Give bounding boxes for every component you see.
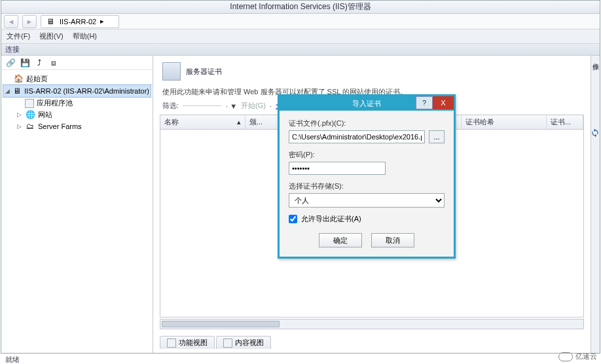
tab-features[interactable]: 功能视图	[160, 336, 215, 349]
actions-panel-collapsed[interactable]: 操作	[591, 56, 600, 353]
dialog-titlebar[interactable]: 导入证书 ? X	[280, 96, 454, 111]
menu-bar: 文件(F) 视图(V) 帮助(H)	[1, 29, 600, 44]
tree-start-label: 起始页	[26, 74, 48, 84]
dialog-close-button[interactable]: X	[433, 96, 454, 109]
import-certificate-dialog: 导入证书 ? X 证书文件(.pfx)(C): ... 密码(P): 选择证书存…	[278, 94, 456, 259]
address-box[interactable]: 🖥 IIS-ARR-02 ▸	[41, 15, 119, 28]
expand-icon[interactable]: ▷	[16, 111, 22, 118]
browse-button[interactable]: ...	[429, 130, 445, 143]
tab-content[interactable]: 内容视图	[216, 336, 271, 349]
tree-sites[interactable]: ▷ 🌐 网站	[14, 109, 151, 120]
window-title: Internet Information Services (IIS)管理器	[1, 1, 600, 14]
globe-icon: 🌐	[25, 109, 35, 120]
tree-sites-label: 网站	[38, 110, 52, 120]
tree-start-page[interactable]: 🏠 起始页	[3, 73, 151, 84]
filter-start[interactable]: 开始(G)	[241, 101, 266, 111]
tree-server-node[interactable]: ◢ 🖥 IIS-ARR-02 (IIS-ARR-02\Administrator…	[3, 84, 151, 98]
address-server: IIS-ARR-02	[60, 18, 96, 26]
dialog-title: 导入证书	[352, 99, 381, 109]
bottom-tabs: 功能视图 内容视图	[160, 336, 584, 349]
watermark: 亿速云	[558, 352, 597, 361]
collapse-icon[interactable]: ◢	[5, 88, 10, 94]
password-input[interactable]	[289, 162, 386, 175]
certificate-file-input[interactable]	[289, 130, 425, 143]
up-icon[interactable]: ⤴	[34, 58, 45, 68]
menu-help[interactable]: 帮助(H)	[73, 31, 97, 41]
menu-view[interactable]: 视图(V)	[39, 31, 64, 41]
tree-apppool-label: 应用程序池	[37, 98, 73, 108]
apppool-icon	[25, 99, 34, 108]
tree-app-pools[interactable]: 应用程序池	[14, 98, 151, 109]
server-icon: 🖥	[13, 86, 22, 96]
filter-label: 筛选:	[162, 101, 179, 111]
content-icon	[223, 338, 232, 348]
connections-toolbar: 🔗 💾 ⤴ ⧇	[1, 56, 153, 70]
back-button[interactable]: ◄	[4, 15, 18, 28]
store-select[interactable]: 个人	[289, 193, 445, 208]
sort-icon: ▴	[237, 118, 241, 126]
col-name[interactable]: 名称▴	[160, 115, 246, 129]
dialog-help-button[interactable]: ?	[416, 96, 433, 109]
status-bar: 就绪	[0, 354, 601, 363]
file-label: 证书文件(.pfx)(C):	[289, 118, 445, 128]
connect-icon[interactable]: 🔗	[5, 58, 16, 68]
tree-server-farms[interactable]: ▷ 🗂 Server Farms	[14, 120, 151, 132]
home-icon: 🏠	[13, 73, 24, 84]
filter-input[interactable]	[183, 105, 222, 106]
features-icon	[167, 338, 176, 348]
save-icon[interactable]: 💾	[20, 58, 30, 68]
stop-icon[interactable]: ⧇	[48, 58, 59, 68]
watermark-text: 亿速云	[575, 352, 597, 361]
address-arrow: ▸	[100, 17, 104, 26]
col-store[interactable]: 证书...	[547, 115, 583, 129]
ok-button[interactable]: 确定	[319, 233, 362, 247]
server-icon: 🖥	[45, 16, 56, 27]
menu-file[interactable]: 文件(F)	[7, 31, 30, 41]
cancel-button[interactable]: 取消	[371, 233, 414, 247]
scroll-thumb[interactable]	[162, 321, 280, 327]
col-hash[interactable]: 证书哈希	[462, 115, 547, 129]
refresh-icon[interactable]	[591, 128, 600, 139]
allow-export-checkbox[interactable]	[289, 215, 297, 223]
connections-panel: 🔗 💾 ⤴ ⧇ 🏠 起始页 ◢ 🖥 IIS-ARR-02 (IIS-ARR-02…	[1, 56, 153, 353]
allow-export-label: 允许导出此证书(A)	[301, 214, 361, 224]
certificate-icon	[162, 62, 181, 81]
tree-farms-label: Server Farms	[38, 122, 82, 130]
connections-header: 连接	[1, 44, 600, 56]
tree-server-label: IIS-ARR-02 (IIS-ARR-02\Administrator)	[24, 87, 149, 95]
password-label: 密码(P):	[289, 150, 445, 160]
watermark-icon	[558, 352, 573, 361]
page-title: 服务器证书	[186, 67, 222, 77]
store-label: 选择证书存储(S):	[289, 181, 445, 191]
farm-icon: 🗂	[25, 121, 35, 132]
horizontal-scrollbar[interactable]	[160, 319, 584, 329]
forward-button[interactable]: ►	[22, 15, 37, 28]
expand-icon[interactable]: ▷	[16, 123, 22, 130]
nav-toolbar: ◄ ► 🖥 IIS-ARR-02 ▸	[1, 14, 600, 29]
tree: 🏠 起始页 ◢ 🖥 IIS-ARR-02 (IIS-ARR-02\Adminis…	[1, 70, 153, 353]
